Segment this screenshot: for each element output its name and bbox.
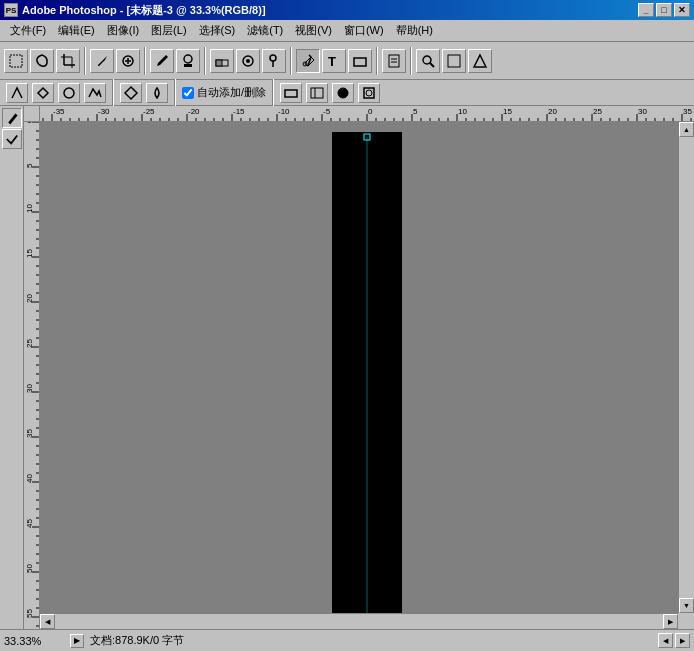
- toolbar-sep-2: [144, 47, 146, 75]
- svg-point-8: [184, 55, 192, 63]
- pen-mode-icon2: [35, 85, 51, 101]
- left-pen-tool[interactable]: [2, 108, 22, 128]
- text-tool-button[interactable]: T: [322, 49, 346, 73]
- options-extra-btn2[interactable]: [306, 83, 328, 103]
- options-extra-icon3: [335, 85, 351, 101]
- status-zoom: 33.33%: [4, 635, 64, 647]
- extra-btn2[interactable]: [468, 49, 492, 73]
- extra-icon2: [472, 53, 488, 69]
- lasso-tool-button[interactable]: [30, 49, 54, 73]
- pen-mode-btn2[interactable]: [32, 83, 54, 103]
- eraser-icon: [214, 53, 230, 69]
- pen-opt-btn2[interactable]: [146, 83, 168, 103]
- svg-point-14: [270, 55, 276, 61]
- menu-filter[interactable]: 滤镜(T): [241, 21, 289, 40]
- app-icon: PS: [4, 3, 18, 17]
- scroll-right-button[interactable]: ▶: [663, 614, 678, 629]
- options-extra-icon4: [361, 85, 377, 101]
- svg-rect-24: [448, 55, 460, 67]
- corner-resize: [678, 613, 694, 629]
- vertical-scrollbar[interactable]: ▲ ▼: [678, 122, 694, 613]
- status-scroll-left[interactable]: ◀: [658, 633, 673, 648]
- svg-rect-18: [354, 58, 366, 66]
- auto-add-delete-checkbox-label[interactable]: 自动添加/删除: [182, 85, 266, 100]
- pen-opt-btn1[interactable]: [120, 83, 142, 103]
- svg-rect-19: [389, 55, 399, 67]
- options-extra-btn3[interactable]: [332, 83, 354, 103]
- shape-tool-button[interactable]: [348, 49, 372, 73]
- pen-opt-icon2: [149, 85, 165, 101]
- auto-add-delete-label: 自动添加/删除: [197, 85, 266, 100]
- canvas-wrapper[interactable]: ▲ ▼ ◀ ▶: [24, 106, 694, 629]
- title-bar-left: PS Adobe Photoshop - [未标题-3 @ 33.3%(RGB/…: [4, 3, 266, 18]
- menu-select[interactable]: 选择(S): [193, 21, 242, 40]
- notes-icon: [386, 53, 402, 69]
- menu-bar: 文件(F) 编辑(E) 图像(I) 图层(L) 选择(S) 滤镜(T) 视图(V…: [0, 20, 694, 42]
- svg-rect-27: [285, 90, 297, 97]
- left-tool-2[interactable]: [2, 129, 22, 149]
- brush-tool-button[interactable]: [150, 49, 174, 73]
- maximize-button[interactable]: □: [656, 3, 672, 17]
- pen-mode-icon4: [87, 85, 103, 101]
- close-button[interactable]: ✕: [674, 3, 690, 17]
- svg-point-32: [366, 90, 372, 96]
- vertical-ruler: [24, 122, 40, 629]
- svg-text:T: T: [328, 54, 336, 69]
- menu-layer[interactable]: 图层(L): [145, 21, 192, 40]
- svg-rect-0: [10, 55, 22, 67]
- pen-mode-btn4[interactable]: [84, 83, 106, 103]
- horizontal-ruler: [40, 106, 694, 122]
- heal-tool-button[interactable]: [116, 49, 140, 73]
- heal-icon: [120, 53, 136, 69]
- pen-mode-icon1: [9, 85, 25, 101]
- eyedropper-tool-button[interactable]: [90, 49, 114, 73]
- menu-edit[interactable]: 编辑(E): [52, 21, 101, 40]
- pen-mode-icon3: [61, 85, 77, 101]
- horizontal-scrollbar[interactable]: ◀ ▶: [40, 613, 678, 629]
- menu-view[interactable]: 视图(V): [289, 21, 338, 40]
- svg-rect-28: [311, 88, 323, 98]
- toolbar-sep-4: [290, 47, 292, 75]
- options-extra-btn4[interactable]: [358, 83, 380, 103]
- zoom-icon: [420, 53, 436, 69]
- vertical-ruler-canvas: [24, 122, 40, 629]
- pen-tool-button[interactable]: [296, 49, 320, 73]
- options-extra-btn1[interactable]: [280, 83, 302, 103]
- extra-btn1[interactable]: [442, 49, 466, 73]
- status-scroll-right[interactable]: ▶: [675, 633, 690, 648]
- auto-add-delete-checkbox[interactable]: [182, 87, 194, 99]
- menu-window[interactable]: 窗口(W): [338, 21, 390, 40]
- doc-info-text: 文档:878.9K/0 字节: [90, 633, 184, 648]
- dodge-icon: [266, 53, 282, 69]
- menu-image[interactable]: 图像(I): [101, 21, 145, 40]
- scroll-up-button[interactable]: ▲: [679, 122, 694, 137]
- zoom-tool-button[interactable]: [416, 49, 440, 73]
- status-info: 文档:878.9K/0 字节: [90, 633, 652, 648]
- status-arrow-btn[interactable]: ▶: [70, 634, 84, 648]
- crop-tool-button[interactable]: [56, 49, 80, 73]
- options-extra-icon2: [309, 85, 325, 101]
- toolbar-sep-3: [204, 47, 206, 75]
- notes-tool-button[interactable]: [382, 49, 406, 73]
- scroll-left-button[interactable]: ◀: [40, 614, 55, 629]
- pen-mode-btn3[interactable]: [58, 83, 80, 103]
- title-buttons: _ □ ✕: [638, 3, 690, 17]
- minimize-button[interactable]: _: [638, 3, 654, 17]
- stamp-tool-button[interactable]: [176, 49, 200, 73]
- marquee-tool-button[interactable]: [4, 49, 28, 73]
- zoom-level-text: 33.33%: [4, 635, 41, 647]
- canvas-area[interactable]: [40, 122, 694, 629]
- scroll-down-button[interactable]: ▼: [679, 598, 694, 613]
- dodge-tool-button[interactable]: [262, 49, 286, 73]
- main-area: ▲ ▼ ◀ ▶: [0, 106, 694, 629]
- pen-mode-btn1[interactable]: [6, 83, 28, 103]
- eyedropper-icon: [94, 53, 110, 69]
- blur-tool-button[interactable]: [236, 49, 260, 73]
- pen-tool-icon: [300, 53, 316, 69]
- eraser-tool-button[interactable]: [210, 49, 234, 73]
- menu-file[interactable]: 文件(F): [4, 21, 52, 40]
- canvas-document: [332, 132, 402, 622]
- svg-rect-11: [216, 60, 222, 66]
- left-tool-icon-2: [5, 132, 19, 146]
- menu-help[interactable]: 帮助(H): [390, 21, 439, 40]
